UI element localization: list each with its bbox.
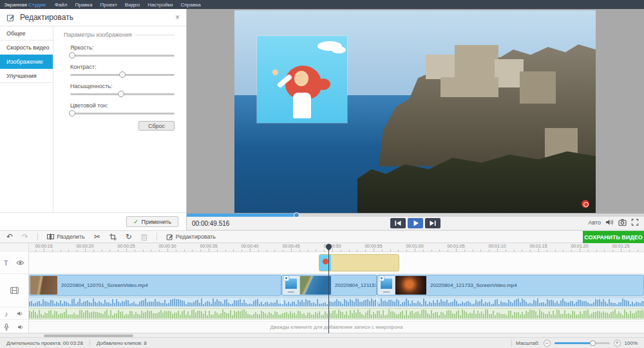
- slider-track-0[interactable]: [70, 55, 175, 57]
- speaker-icon[interactable]: [17, 311, 24, 316]
- waveform-bar: [437, 300, 438, 306]
- speaker-icon[interactable]: [17, 324, 24, 330]
- waveform-bar: [180, 300, 181, 306]
- ruler-tick: [308, 250, 308, 252]
- waveform-bar: [71, 315, 73, 318]
- waveform-bar: [193, 302, 194, 306]
- snapshot-camera-icon[interactable]: [618, 219, 627, 226]
- waveform-bar: [46, 302, 48, 306]
- redo-button[interactable]: ↷: [22, 233, 28, 241]
- waveform-bar: [334, 310, 336, 318]
- eye-visibility-icon[interactable]: [16, 260, 24, 266]
- menu-item-3[interactable]: Видео: [125, 2, 140, 8]
- waveform-bar: [245, 303, 247, 306]
- ruler-label-6: 00:00:45: [282, 244, 299, 248]
- waveform-bar: [158, 312, 160, 318]
- waveform-bar: [524, 300, 525, 306]
- video-clip-1[interactable]: 20220804_121157_Su: [281, 275, 377, 296]
- timeline-ruler[interactable]: 00:00:1500:00:2000:00:2500:00:3000:00:35…: [0, 243, 644, 252]
- overlay-track-lane[interactable]: [29, 252, 644, 274]
- menu-item-0[interactable]: Файл: [55, 2, 68, 8]
- slider-thumb-0[interactable]: [69, 52, 75, 59]
- waveform-bar: [317, 299, 318, 306]
- video-clip-2[interactable]: 20220804_121733_ScreenVideo.mp4: [377, 275, 644, 296]
- ruler-label-10: 00:01:05: [447, 244, 464, 248]
- auto-quality-label[interactable]: Авто: [588, 219, 601, 226]
- waveform-bar: [593, 302, 594, 306]
- rotate-button[interactable]: ↻: [126, 233, 132, 241]
- video-track-lane[interactable]: 20220804_120701_ScreenVideo.mp420220804_…: [29, 274, 644, 297]
- mic-track-lane[interactable]: Дважды кликните для добавления записи с …: [29, 321, 644, 333]
- zoom-label: Масштаб:: [516, 340, 539, 346]
- zoom-slider[interactable]: [554, 342, 610, 344]
- waveform-bar: [315, 312, 316, 318]
- slider-track-3[interactable]: [70, 113, 175, 114]
- zoom-in-button[interactable]: +: [614, 340, 621, 347]
- waveform-bar: [178, 311, 179, 318]
- play-button[interactable]: [408, 218, 423, 228]
- menu-bar: Экранная Студия ФайлПравкаПроектВидеоНас…: [0, 0, 644, 9]
- pip-overlay[interactable]: [257, 36, 347, 123]
- slider-track-1[interactable]: [70, 74, 175, 76]
- menu-item-2[interactable]: Проект: [100, 2, 117, 8]
- ruler-tick: [176, 250, 176, 252]
- ruler-tick: [93, 250, 94, 252]
- waveform-bar: [344, 315, 345, 318]
- slider-track-2[interactable]: [70, 93, 175, 95]
- crop-button[interactable]: [109, 234, 117, 241]
- waveform-bar: [379, 311, 380, 318]
- ruler-tick: [464, 250, 465, 252]
- waveform-bar: [269, 304, 270, 306]
- waveform-bar: [508, 300, 509, 306]
- next-frame-button[interactable]: [425, 218, 440, 228]
- slider-thumb-2[interactable]: [118, 91, 124, 97]
- tab-2[interactable]: Изображение: [0, 55, 53, 69]
- zoom-slider-thumb[interactable]: [590, 340, 596, 346]
- clip-filename: 20220804_121157_Su: [335, 282, 376, 288]
- waveform-bar: [553, 311, 554, 318]
- waveform-bar: [253, 314, 254, 318]
- zoom-out-button[interactable]: −: [544, 340, 551, 347]
- music-track-lane[interactable]: [29, 308, 644, 320]
- undo-button[interactable]: ↶: [6, 233, 13, 241]
- waveform-bar: [402, 302, 403, 306]
- save-video-button[interactable]: СОХРАНИТЬ ВИДЕО: [583, 231, 644, 244]
- video-clip-0[interactable]: 20220804_120701_ScreenVideo.mp4: [29, 275, 281, 296]
- tab-1[interactable]: Скорость видео: [0, 41, 53, 55]
- split-button[interactable]: Разделить: [47, 234, 85, 240]
- waveform-bar: [344, 299, 345, 306]
- tab-0[interactable]: Общее: [0, 26, 53, 41]
- overlay-clip[interactable]: [319, 254, 399, 271]
- waveform-bar: [576, 315, 577, 318]
- waveform-bar: [468, 301, 469, 306]
- close-icon[interactable]: ×: [175, 14, 180, 21]
- menu-item-5[interactable]: Справка: [180, 2, 200, 8]
- waveform-bar: [524, 315, 525, 318]
- edit-clip-button[interactable]: Редактировать: [166, 234, 216, 241]
- slider-thumb-3[interactable]: [69, 110, 75, 116]
- trash-icon: [141, 234, 147, 241]
- fullscreen-icon[interactable]: [631, 219, 639, 226]
- tab-3[interactable]: Улучшения: [0, 69, 53, 83]
- waveform-bar: [415, 303, 417, 306]
- reset-button[interactable]: Сброс: [138, 121, 175, 131]
- waveform-bar: [497, 313, 498, 318]
- waveform-bar: [583, 301, 585, 306]
- delete-button[interactable]: [141, 234, 147, 241]
- volume-icon[interactable]: [605, 219, 614, 226]
- waveform-bar: [151, 311, 152, 318]
- waveform-bar: [37, 315, 38, 318]
- waveform-bar: [298, 300, 299, 306]
- waveform-bar: [131, 311, 133, 318]
- slider-thumb-1[interactable]: [119, 71, 126, 78]
- waveform-bar: [373, 300, 374, 306]
- prev-frame-button[interactable]: [390, 218, 406, 228]
- clip-badge: [379, 275, 384, 281]
- apply-button[interactable]: ✓Применить: [126, 216, 178, 227]
- waveform-bar: [128, 300, 129, 306]
- cut-button[interactable]: ✂: [94, 233, 100, 241]
- menu-item-1[interactable]: Правка: [75, 2, 92, 8]
- menu-item-4[interactable]: Настройки: [147, 2, 173, 8]
- waveform-bar: [379, 304, 380, 306]
- waveform-bar: [249, 304, 251, 306]
